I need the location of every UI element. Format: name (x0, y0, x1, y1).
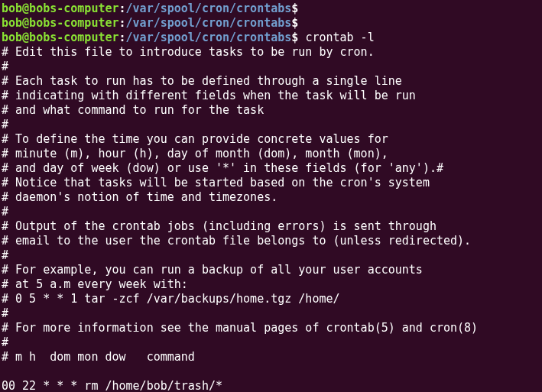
prompt-line: bob@bobs-computer:/var/spool/cron/cronta… (2, 31, 375, 44)
prompt-sep-dollar: $ (291, 2, 298, 15)
output-line: # Output of the crontab jobs (including … (2, 219, 437, 233)
command-input (298, 2, 305, 15)
output-line: # (2, 335, 8, 349)
output-line: # (2, 60, 8, 73)
output-line: # and day of week (dow) or use '*' in th… (2, 161, 443, 175)
output-line: # 0 5 * * 1 tar -zcf /var/backups/home.t… (2, 292, 340, 306)
output-line: # indicating with different fields when … (2, 89, 416, 102)
prompt-sep-dollar: $ (291, 31, 298, 44)
output-line: # (2, 205, 8, 219)
prompt-sep-colon: : (119, 2, 126, 15)
output-line: # To define the time you can provide con… (2, 132, 388, 146)
prompt-path: /var/spool/cron/crontabs (126, 16, 292, 30)
output-line: # For more information see the manual pa… (2, 321, 478, 335)
prompt-sep-colon: : (119, 16, 126, 30)
prompt-user-host: bob@bobs-computer (2, 16, 119, 30)
terminal[interactable]: bob@bobs-computer:/var/spool/cron/cronta… (0, 0, 542, 392)
prompt-line: bob@bobs-computer:/var/spool/cron/cronta… (2, 16, 305, 30)
output-line: # For example, you can run a backup of a… (2, 263, 423, 277)
output-line: # minute (m), hour (h), day of month (do… (2, 147, 388, 160)
output-line: # Notice that tasks will be started base… (2, 176, 430, 190)
prompt-path: /var/spool/cron/crontabs (126, 2, 292, 15)
output-line: # email to the user the crontab file bel… (2, 234, 471, 248)
output-line: # Edit this file to introduce tasks to b… (2, 45, 375, 59)
output-line: 00 22 * * * rm /home/bob/trash/* (2, 379, 222, 392)
output-line: # daemon's notion of time and timezones. (2, 190, 277, 204)
output-line: # at 5 a.m every week with: (2, 277, 188, 291)
prompt-user-host: bob@bobs-computer (2, 31, 119, 44)
output-line: # (2, 306, 8, 320)
command-input (298, 16, 305, 30)
output-line: # (2, 248, 8, 262)
prompt-user-host: bob@bobs-computer (2, 2, 119, 15)
output-line: # and what command to run for the task (2, 103, 264, 117)
prompt-sep-dollar: $ (291, 16, 298, 30)
prompt-sep-colon: : (119, 31, 126, 44)
command-input: crontab -l (298, 31, 374, 44)
prompt-line: bob@bobs-computer:/var/spool/cron/cronta… (2, 2, 305, 15)
output-line: # Each task to run has to be defined thr… (2, 74, 402, 88)
output-line: # m h dom mon dow command (2, 350, 195, 364)
prompt-path: /var/spool/cron/crontabs (126, 31, 292, 44)
output-line: # (2, 118, 8, 131)
